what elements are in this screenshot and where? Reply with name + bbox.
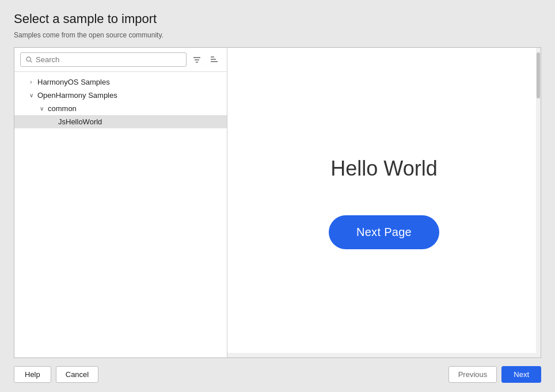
footer: Help Cancel Previous Next — [14, 366, 541, 383]
main-content: › HarmonyOS Samples ∨ OpenHarmony Sample… — [14, 47, 541, 358]
tree-area: › HarmonyOS Samples ∨ OpenHarmony Sample… — [14, 72, 227, 357]
tree-item-common[interactable]: ∨ common — [14, 102, 227, 115]
filter-icon-2 — [210, 55, 219, 64]
left-panel: › HarmonyOS Samples ∨ OpenHarmony Sample… — [14, 48, 227, 357]
cancel-button[interactable]: Cancel — [56, 366, 98, 383]
previous-button[interactable]: Previous — [448, 366, 497, 383]
tree-arrow-openharmony: ∨ — [27, 92, 35, 100]
next-page-button[interactable]: Next Page — [329, 215, 439, 249]
tree-label-harmonyos: HarmonyOS Samples — [37, 78, 110, 86]
tree-label-common: common — [48, 104, 77, 113]
tree-label-jshelloworld: JsHelloWorld — [58, 117, 102, 126]
svg-point-0 — [26, 57, 31, 61]
filter-button-1[interactable] — [190, 54, 204, 66]
search-input[interactable] — [36, 55, 181, 64]
footer-left: Help Cancel — [14, 366, 98, 383]
help-button[interactable]: Help — [14, 366, 51, 383]
tree-arrow-common: ∨ — [37, 105, 45, 113]
svg-line-1 — [31, 61, 32, 63]
tree-item-openharmony[interactable]: ∨ OpenHarmony Samples — [14, 89, 227, 102]
right-panel: Hello World Next Page — [227, 48, 541, 357]
search-icon — [25, 56, 33, 63]
tree-arrow-harmonyos: › — [27, 78, 35, 86]
hello-world-text: Hello World — [330, 157, 437, 181]
tree-item-jshelloworld[interactable]: › JsHelloWorld — [14, 115, 227, 128]
tree-item-harmonyos[interactable]: › HarmonyOS Samples — [14, 75, 227, 89]
search-bar — [14, 48, 227, 72]
scrollbar-thumb[interactable] — [537, 52, 540, 98]
scrollbar-track — [536, 48, 541, 357]
next-button[interactable]: Next — [501, 366, 541, 383]
page-title: Select a sample to import — [14, 12, 541, 26]
filter-icon-1 — [192, 55, 202, 64]
footer-right: Previous Next — [448, 366, 541, 383]
tree-label-openharmony: OpenHarmony Samples — [37, 91, 117, 100]
preview-content: Hello World Next Page — [329, 157, 439, 249]
page-subtitle: Samples come from the open source commun… — [14, 31, 541, 39]
search-input-wrapper[interactable] — [20, 52, 187, 67]
filter-button-2[interactable] — [207, 54, 221, 66]
hscrollbar-track — [227, 353, 536, 357]
